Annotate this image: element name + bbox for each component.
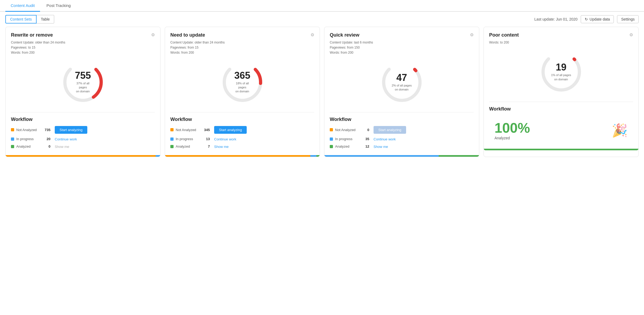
donut-value: 47 [392,73,412,82]
not-analyzed-count: 735 [42,128,50,132]
donut-label: 37% of all pageson domain [72,81,94,93]
card-poor-content: Poor content ⚙ Words: to 200 19 1% of al… [484,27,639,157]
continue-work-action: Continue work [55,137,77,141]
start-analyzing-action: Start analyzing [55,126,87,134]
start-analyzing-button[interactable]: Start analyzing [214,126,247,134]
show-me-button[interactable]: Show me [214,145,229,149]
workflow-title: Workflow [489,106,633,112]
in-progress-dot [11,137,14,141]
donut-wrapper: 19 1% of all pageson domain [540,50,583,93]
analyzed-count: 0 [42,144,50,148]
analyzed-count: 7 [202,144,210,148]
gear-icon[interactable]: ⚙ [151,32,155,37]
donut-value: 19 [551,62,571,72]
last-update-text: Last update: Jun 01, 2020 [534,17,578,21]
donut-value: 755 [72,70,94,80]
gear-icon[interactable]: ⚙ [629,32,633,37]
analyzed-row: Analyzed 12 Show me [330,144,474,149]
card-meta: Content Update: last 6 monthsPageviews: … [330,40,474,56]
gear-icon[interactable]: ⚙ [311,32,314,37]
workflow-section: Workflow Not Analyzed 735 Start analyzin… [6,112,160,155]
gear-icon[interactable]: ⚙ [470,32,474,37]
update-data-button[interactable]: ↻ Update data [581,15,614,23]
donut-center: 19 1% of all pageson domain [551,62,571,81]
in-progress-count: 20 [42,137,50,141]
analyzed-count: 12 [361,144,369,148]
analyzed-row: Analyzed 7 Show me [170,144,314,149]
not-analyzed-dot [170,128,174,131]
top-tabs: Content Audit Post Tracking [0,0,644,12]
card-meta: Content Update: older than 24 monthsPage… [11,40,155,56]
not-analyzed-label: Not Analyzed [16,128,40,132]
in-progress-count: 13 [202,137,210,141]
in-progress-dot [170,137,174,141]
not-analyzed-label: Not Analyzed [335,128,359,132]
analyzed-label-wf: Analyzed [176,144,200,148]
in-progress-dot [330,137,333,141]
continue-work-button[interactable]: Continue work [55,137,77,141]
donut-center: 365 18% of all pageson domain [232,70,253,93]
continue-work-button[interactable]: Continue work [214,137,236,141]
donut-label: 1% of all pageson domain [551,73,571,81]
donut-label: 18% of all pageson domain [232,81,253,93]
analyzed-dot [170,145,174,148]
refresh-icon: ↻ [585,17,588,21]
card-title: Quick review [330,32,359,38]
settings-label: Settings [621,17,635,21]
in-progress-row: In progress 20 Continue work [11,137,155,141]
workflow-section: Workflow Not Analyzed 345 Start analyzin… [165,112,320,155]
donut-chart: 755 37% of all pageson domain [11,56,155,108]
card-title: Need to update [170,32,205,38]
analyzed-dot [11,145,14,148]
analyzed-label-wf: Analyzed [335,144,359,148]
analyzed-label: Analyzed [494,136,530,140]
in-progress-label: In progress [16,137,40,141]
card-quick-review: Quick review ⚙ Content Update: last 6 mo… [324,27,479,157]
not-analyzed-dot [11,128,14,131]
continue-work-button[interactable]: Continue work [374,137,396,141]
tab-content-audit[interactable]: Content Audit [5,0,40,12]
start-analyzing-action: Start analyzing [374,126,406,134]
donut-center: 47 2% of all pageson domain [392,73,412,92]
donut-value: 365 [232,70,253,80]
show-me-button[interactable]: Show me [374,145,388,149]
view-toggle: Content Sets Table [5,15,54,23]
card-top: Rewrite or remove ⚙ Content Update: olde… [6,27,160,112]
donut-wrapper: 365 18% of all pageson domain [221,61,264,104]
start-analyzing-action: Start analyzing [214,126,247,134]
card-header: Quick review ⚙ [330,32,474,38]
workflow-section: Workflow Not Analyzed 0 Start analyzing … [324,112,479,155]
not-analyzed-row: Not Analyzed 345 Start analyzing [170,126,314,134]
start-analyzing-button[interactable]: Start analyzing [55,126,87,134]
workflow-title: Workflow [11,117,155,122]
card-meta: Content Update: older than 24 monthsPage… [170,40,314,56]
donut-chart: 47 2% of all pageson domain [330,56,474,108]
not-analyzed-row: Not Analyzed 0 Start analyzing [330,126,474,134]
cards-grid: Rewrite or remove ⚙ Content Update: olde… [0,27,644,162]
hundred-percent-display: 100% Analyzed 🎉 [489,116,633,145]
analyzed-dot [330,145,333,148]
card-top: Need to update ⚙ Content Update: older t… [165,27,320,112]
progress-bar [324,155,479,157]
not-analyzed-count: 345 [202,128,210,132]
continue-work-action: Continue work [374,137,396,141]
card-header: Need to update ⚙ [170,32,314,38]
update-data-label: Update data [590,17,610,21]
table-btn[interactable]: Table [37,15,54,23]
card-need-to-update: Need to update ⚙ Content Update: older t… [165,27,320,157]
workflow-title: Workflow [330,117,474,122]
tab-post-tracking[interactable]: Post Tracking [41,0,76,12]
analyzed-row: Analyzed 0 Show me [11,144,155,149]
donut-wrapper: 755 37% of all pageson domain [62,61,104,104]
continue-work-action: Continue work [214,137,236,141]
donut-chart: 19 1% of all pageson domain [489,45,633,97]
hundred-percent-value: 100% [494,121,530,135]
settings-button[interactable]: Settings [617,15,639,23]
progress-bar [6,155,160,157]
toolbar-right: Last update: Jun 01, 2020 ↻ Update data … [534,15,639,23]
analyzed-label-wf: Analyzed [16,144,40,148]
progress-bar [165,155,320,157]
content-sets-btn[interactable]: Content Sets [5,15,37,23]
card-meta: Words: to 200 [489,40,633,45]
donut-wrapper: 47 2% of all pageson domain [380,61,423,104]
